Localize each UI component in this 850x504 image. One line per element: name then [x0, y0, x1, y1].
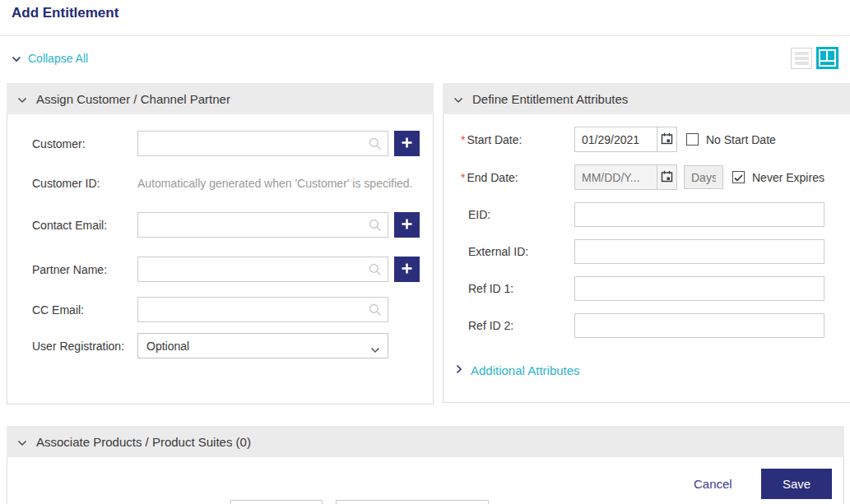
ref-id-2-input[interactable] [574, 313, 824, 338]
split-view-icon[interactable] [816, 47, 838, 69]
end-date-label: *End Date: [461, 171, 574, 184]
required-marker: * [461, 171, 465, 184]
calendar-icon [661, 170, 673, 185]
contact-email-input-wrap [137, 212, 388, 238]
partner-name-input[interactable] [138, 257, 388, 281]
partial-button[interactable] [230, 500, 323, 504]
search-icon [369, 263, 382, 280]
eid-input[interactable] [574, 202, 824, 227]
customer-id-label: Customer ID: [32, 177, 137, 190]
add-partner-button[interactable] [394, 257, 420, 282]
chevron-down-icon [370, 343, 380, 356]
end-date-input-group [574, 164, 677, 190]
additional-attributes-toggle[interactable]: Additional Attributes [456, 363, 850, 377]
collapse-all-button[interactable]: Collapse All [12, 51, 88, 66]
customer-input-wrap [137, 131, 388, 156]
cc-email-input-wrap [137, 297, 388, 322]
start-date-label: *Start Date: [461, 133, 574, 146]
start-date-input-group [574, 127, 677, 152]
no-start-date-checkbox[interactable] [686, 133, 699, 146]
never-expires-checkbox[interactable] [732, 171, 745, 183]
user-registration-value: Optional [146, 340, 189, 353]
entitlement-attributes-panel-title: Define Entitlement Attributes [472, 92, 628, 106]
search-icon [369, 303, 382, 320]
associate-products-panel: Associate Products / Product Suites (0) [7, 426, 844, 504]
start-date-calendar-button[interactable] [657, 127, 676, 151]
chevron-down-icon [453, 92, 463, 106]
plus-icon [401, 218, 413, 233]
save-button[interactable]: Save [761, 469, 832, 499]
assign-customer-panel-header[interactable]: Assign Customer / Channel Partner [7, 83, 434, 114]
assign-customer-panel-title: Assign Customer / Channel Partner [36, 92, 230, 106]
no-start-date-label: No Start Date [706, 133, 776, 146]
cancel-button[interactable]: Cancel [694, 477, 732, 491]
customer-input[interactable] [138, 132, 388, 155]
customer-label: Customer: [32, 137, 137, 150]
external-id-input[interactable] [574, 239, 824, 264]
page-title: Add Entitlement [12, 5, 118, 21]
external-id-label: External ID: [461, 245, 574, 258]
ref-id-1-input[interactable] [574, 276, 824, 301]
plus-icon [401, 136, 413, 151]
required-marker: * [461, 133, 465, 146]
partial-button[interactable] [336, 500, 489, 504]
list-view-icon[interactable] [791, 48, 812, 69]
days-input[interactable] [684, 165, 723, 189]
add-customer-button[interactable] [394, 131, 420, 156]
start-date-input[interactable] [575, 127, 657, 151]
chevron-right-icon [456, 363, 462, 377]
assign-customer-panel: Assign Customer / Channel Partner Custom… [7, 83, 434, 405]
cc-email-label: CC Email: [32, 303, 137, 317]
associate-products-panel-header[interactable]: Associate Products / Product Suites (0) [7, 426, 844, 457]
eid-label: EID: [461, 208, 574, 221]
title-divider [0, 35, 850, 36]
partner-name-label: Partner Name: [32, 263, 137, 276]
view-toggles [791, 47, 838, 69]
ref-id-2-label: Ref ID 2: [461, 319, 574, 332]
chevron-down-icon [12, 51, 21, 66]
chevron-down-icon [17, 435, 27, 449]
additional-attributes-label: Additional Attributes [471, 363, 580, 377]
contact-email-label: Contact Email: [32, 219, 137, 232]
search-icon [369, 219, 382, 235]
chevron-down-icon [17, 92, 27, 106]
plus-icon [401, 262, 413, 277]
add-contact-email-button[interactable] [394, 212, 420, 238]
user-registration-label: User Registration: [32, 340, 137, 353]
partner-name-input-wrap [137, 257, 388, 282]
never-expires-label: Never Expires [752, 171, 824, 184]
entitlement-attributes-panel: Define Entitlement Attributes *Start Dat… [443, 83, 850, 403]
calendar-icon [661, 132, 673, 147]
entitlement-attributes-panel-header[interactable]: Define Entitlement Attributes [443, 83, 850, 114]
search-icon [369, 137, 382, 154]
customer-id-value: Automatically generated when 'Customer' … [137, 177, 413, 190]
end-date-calendar-button[interactable] [657, 165, 676, 189]
user-registration-select[interactable]: Optional [137, 333, 388, 358]
associate-products-panel-title: Associate Products / Product Suites (0) [36, 435, 251, 449]
collapse-all-label: Collapse All [28, 52, 88, 65]
cc-email-input[interactable] [138, 298, 388, 321]
end-date-input[interactable] [575, 165, 657, 189]
contact-email-input[interactable] [138, 213, 388, 237]
checkmark-icon [734, 170, 743, 185]
ref-id-1-label: Ref ID 1: [461, 282, 574, 295]
